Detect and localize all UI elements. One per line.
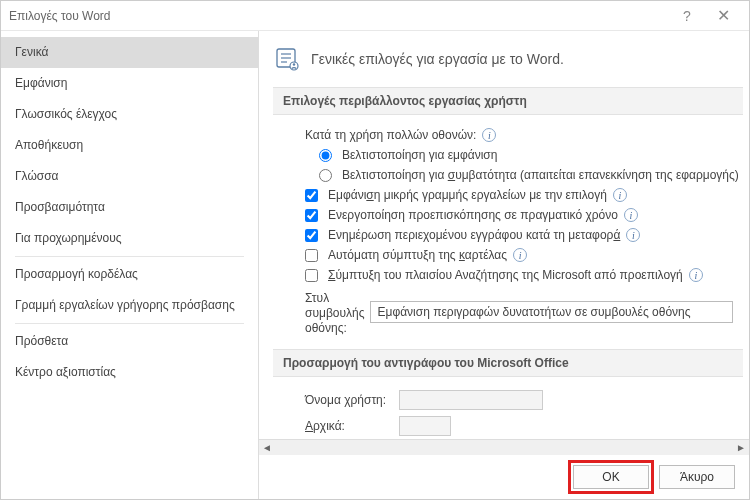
info-icon[interactable]: i — [624, 208, 638, 222]
check-live-preview-row: Ενεργοποίηση προεπισκόπησης σε πραγματικ… — [283, 205, 739, 225]
check-mini-toolbar-label: Εμφάνιση μικρής γραμμής εργαλείων με την… — [328, 188, 607, 202]
svg-point-5 — [293, 63, 295, 65]
options-icon — [273, 45, 301, 73]
sidebar-item-language[interactable]: Γλώσσα — [1, 161, 258, 192]
radio-optimize-display-row: Βελτιστοποίηση για εμφάνιση — [283, 145, 739, 165]
ok-button[interactable]: OK — [573, 465, 649, 489]
titlebar: Επιλογές του Word ? ✕ — [1, 1, 749, 31]
svg-point-4 — [290, 62, 298, 70]
sidebar-item-proofing[interactable]: Γλωσσικός έλεγχος — [1, 99, 258, 130]
check-collapse-ribbon[interactable] — [305, 249, 318, 262]
scroll-right-arrow[interactable]: ► — [733, 442, 749, 453]
styletip-row: Στυλ συμβουλής οθόνης: Εμφάνιση περιγραφ… — [283, 285, 739, 339]
radio-optimize-compat[interactable] — [319, 169, 332, 182]
check-collapse-search[interactable] — [305, 269, 318, 282]
group-office-copy: Όνομα χρήστη: Αρχικά: Να χρησιμοποιούντα… — [273, 387, 749, 439]
sidebar-item-accessibility[interactable]: Προσβασιμότητα — [1, 192, 258, 223]
check-collapse-search-label: Σύμπτυξη του πλαισίου Αναζήτησης της Mic… — [328, 268, 683, 282]
username-label: Όνομα χρήστη: — [305, 393, 393, 407]
info-icon[interactable]: i — [513, 248, 527, 262]
info-icon[interactable]: i — [626, 228, 640, 242]
styletip-select[interactable]: Εμφάνιση περιγραφών δυνατοτήτων σε συμβο… — [370, 301, 733, 323]
multi-monitor-label: Κατά τη χρήση πολλών οθονών: — [305, 128, 476, 142]
check-collapse-ribbon-row: Αυτόματη σύμπτυξη της καρτέλας i — [283, 245, 739, 265]
dialog-body: Γενικά Εμφάνιση Γλωσσικός έλεγχος Αποθήκ… — [1, 31, 749, 499]
help-button[interactable]: ? — [669, 8, 705, 24]
initials-input[interactable] — [399, 416, 451, 436]
styletip-label: Στυλ συμβουλής οθόνης: — [305, 291, 364, 336]
check-update-drag[interactable] — [305, 229, 318, 242]
radio-optimize-display[interactable] — [319, 149, 332, 162]
radio-optimize-display-label: Βελτιστοποίηση για εμφάνιση — [342, 148, 497, 162]
options-dialog: Επιλογές του Word ? ✕ Γενικά Εμφάνιση Γλ… — [0, 0, 750, 500]
sidebar: Γενικά Εμφάνιση Γλωσσικός έλεγχος Αποθήκ… — [1, 31, 259, 499]
section-office-copy: Προσαρμογή του αντιγράφου του Microsoft … — [273, 349, 743, 377]
sidebar-separator — [15, 323, 244, 324]
sidebar-separator — [15, 256, 244, 257]
multi-monitor-label-row: Κατά τη χρήση πολλών οθονών: i — [283, 125, 739, 145]
sidebar-item-trustcenter[interactable]: Κέντρο αξιοπιστίας — [1, 357, 258, 388]
cancel-button[interactable]: Άκυρο — [659, 465, 735, 489]
radio-optimize-compat-label: Βελτιστοποίηση για συμβατότητα (απαιτείτ… — [342, 168, 739, 182]
sidebar-item-advanced[interactable]: Για προχωρημένους — [1, 223, 258, 254]
sidebar-item-save[interactable]: Αποθήκευση — [1, 130, 258, 161]
check-mini-toolbar[interactable] — [305, 189, 318, 202]
sidebar-item-display[interactable]: Εμφάνιση — [1, 68, 258, 99]
check-collapse-ribbon-label: Αυτόματη σύμπτυξη της καρτέλας — [328, 248, 507, 262]
group-ui-options: Κατά τη χρήση πολλών οθονών: i Βελτιστοπ… — [273, 125, 749, 349]
info-icon[interactable]: i — [689, 268, 703, 282]
check-live-preview-label: Ενεργοποίηση προεπισκόπησης σε πραγματικ… — [328, 208, 618, 222]
sidebar-item-general[interactable]: Γενικά — [1, 37, 258, 68]
main-panel: Γενικές επιλογές για εργασία με το Word.… — [259, 31, 749, 499]
main-scroll[interactable]: Γενικές επιλογές για εργασία με το Word.… — [259, 31, 749, 439]
check-mini-toolbar-row: Εμφάνιση μικρής γραμμής εργαλείων με την… — [283, 185, 739, 205]
window-title: Επιλογές του Word — [9, 9, 669, 23]
horizontal-scrollbar[interactable]: ◄ ► — [259, 439, 749, 455]
check-update-drag-label: Ενημέρωση περιεχομένου εγγράφου κατά τη … — [328, 228, 620, 242]
radio-optimize-compat-row: Βελτιστοποίηση για συμβατότητα (απαιτείτ… — [283, 165, 739, 185]
sidebar-item-quickaccess[interactable]: Γραμμή εργαλείων γρήγορης πρόσβασης — [1, 290, 258, 321]
close-button[interactable]: ✕ — [705, 6, 741, 25]
username-row: Όνομα χρήστη: — [283, 387, 739, 413]
info-icon[interactable]: i — [482, 128, 496, 142]
sidebar-item-ribbon[interactable]: Προσαρμογή κορδέλας — [1, 259, 258, 290]
initials-row: Αρχικά: — [283, 413, 739, 439]
section-ui-options: Επιλογές περιβάλλοντος εργασίας χρήστη — [273, 87, 743, 115]
scroll-left-arrow[interactable]: ◄ — [259, 442, 275, 453]
check-live-preview[interactable] — [305, 209, 318, 222]
username-input[interactable] — [399, 390, 543, 410]
page-header: Γενικές επιλογές για εργασία με το Word. — [273, 45, 749, 87]
check-update-drag-row: Ενημέρωση περιεχομένου εγγράφου κατά τη … — [283, 225, 739, 245]
initials-label: Αρχικά: — [305, 419, 393, 433]
dialog-footer: OK Άκυρο — [259, 455, 749, 499]
sidebar-item-addins[interactable]: Πρόσθετα — [1, 326, 258, 357]
info-icon[interactable]: i — [613, 188, 627, 202]
check-collapse-search-row: Σύμπτυξη του πλαισίου Αναζήτησης της Mic… — [283, 265, 739, 285]
page-title: Γενικές επιλογές για εργασία με το Word. — [311, 51, 564, 67]
